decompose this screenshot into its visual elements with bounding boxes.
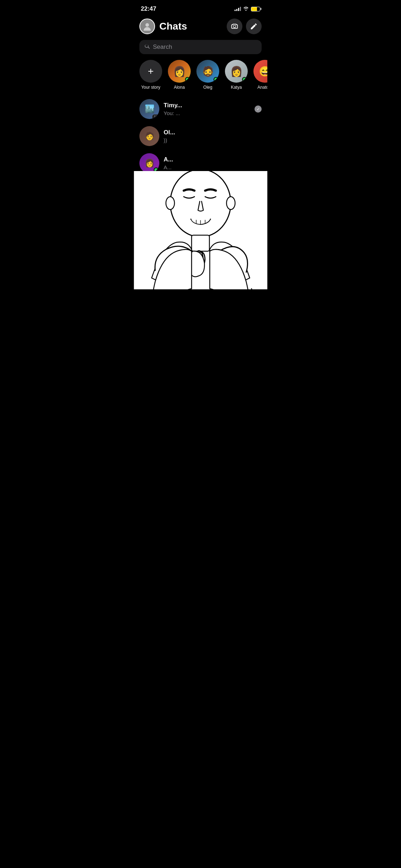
online-indicator-katya [242, 77, 247, 82]
online-indicator-a [154, 167, 159, 172]
self-avatar[interactable] [139, 19, 155, 34]
chat-item-a[interactable]: 👩 A... A... [134, 150, 267, 177]
signal-icon [235, 7, 241, 11]
story-name-alona: Alona [174, 85, 185, 90]
chat-item-fourth[interactable]: 🧔 [134, 177, 267, 204]
online-indicator-oleg [214, 77, 219, 82]
home-indicator [177, 285, 225, 286]
chat-preview-a: A... [164, 164, 172, 170]
story-avatar-oleg: 🧔 [196, 60, 219, 83]
camera-button[interactable] [227, 19, 242, 34]
story-item-your-story[interactable]: + Your story [139, 60, 162, 90]
story-name-oleg: Oleg [203, 85, 212, 90]
nav-item-chats[interactable] [151, 264, 161, 274]
story-name-katya: Katya [231, 85, 242, 90]
chat-preview-timy: You: ... [164, 110, 180, 116]
story-item-katya[interactable]: 👩 Katya [225, 60, 248, 90]
header-actions [227, 19, 262, 34]
chat-preview-ol: )) [164, 137, 167, 143]
search-placeholder: Search [153, 43, 172, 51]
chat-name-timy: Timy... [164, 102, 182, 109]
battery-fill [251, 7, 257, 11]
chat-name-ol: Ol... [164, 129, 175, 136]
compose-button[interactable] [246, 19, 262, 34]
chat-name-a: A... [164, 156, 173, 163]
story-name-anato: Anato... [257, 85, 267, 90]
search-icon [144, 43, 150, 51]
online-indicator-alona [185, 77, 190, 82]
stories-row: + Your story 👩 Alona 🧔 Oleg 👩 Katya 😄 An… [134, 60, 267, 95]
chat-content-fourth [164, 190, 262, 191]
status-icons [235, 6, 260, 12]
status-time: 22:47 [141, 5, 156, 12]
svg-point-0 [145, 23, 149, 27]
bottom-nav: 16 [134, 260, 267, 289]
add-story-avatar: + [139, 60, 162, 83]
people-nav-icon: 16 [196, 264, 206, 274]
chat-content-a: A... A... [164, 156, 262, 171]
story-avatar-alona: 👩 [168, 60, 191, 83]
chat-avatar-ol: 🧑 [139, 126, 159, 146]
chat-avatar-a: 👩 [139, 153, 159, 173]
chat-time-badge-timy: 59m [152, 114, 159, 119]
nav-item-people[interactable]: 16 [196, 264, 206, 274]
page-title: Chats [159, 21, 227, 32]
story-avatar-katya: 👩 [225, 60, 248, 83]
story-avatar-anato: 😄 [253, 60, 267, 83]
chat-item-timy[interactable]: 🏙️ 59m Timy... You: ... ✓ [134, 95, 267, 123]
story-name-your-story: Your story [141, 85, 160, 90]
svg-rect-8 [191, 235, 209, 251]
status-bar: 22:47 [134, 0, 267, 16]
wifi-icon [243, 6, 249, 12]
header: Chats [134, 16, 267, 38]
chat-avatar-timy: 🏙️ 59m [139, 99, 159, 119]
story-item-alona[interactable]: 👩 Alona [168, 60, 191, 90]
story-item-anato[interactable]: 😄 Anato... [253, 60, 267, 90]
discover-nav-icon [240, 264, 250, 274]
chat-avatar-fourth: 🧔 [139, 180, 159, 200]
chat-item-ol[interactable]: 🧑 Ol... )) [134, 123, 267, 150]
battery-icon [251, 7, 260, 11]
people-badge: 16 [201, 262, 209, 267]
story-item-oleg[interactable]: 🧔 Oleg [196, 60, 219, 90]
search-bar[interactable]: Search [139, 40, 262, 54]
chat-list: 🏙️ 59m Timy... You: ... ✓ 🧑 Ol... )) 👩 [134, 95, 267, 204]
chat-right-timy: ✓ [255, 105, 262, 113]
chat-content-timy: Timy... You: ... [164, 102, 250, 117]
delivered-icon-timy: ✓ [255, 105, 262, 113]
chats-nav-icon [151, 264, 161, 274]
chat-content-ol: Ol... )) [164, 129, 262, 144]
nav-item-discover[interactable] [240, 264, 250, 274]
